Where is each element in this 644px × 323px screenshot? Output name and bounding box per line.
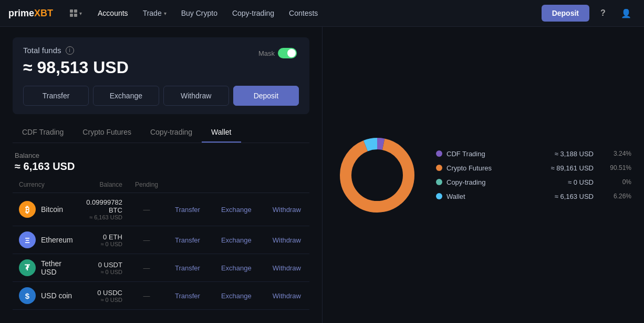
- pending-cell: —: [129, 282, 164, 310]
- currency-name: Ethereum: [41, 236, 73, 244]
- nav-copy-trading[interactable]: Copy-trading: [225, 0, 282, 27]
- apps-menu-button[interactable]: ▾: [66, 7, 86, 19]
- pending-cell: —: [129, 226, 164, 254]
- donut-svg: [335, 133, 419, 217]
- tab-crypto-futures[interactable]: Crypto Futures: [73, 123, 141, 143]
- action-transfer-usdt[interactable]: Transfer: [171, 262, 204, 274]
- right-panel: CDF Trading ≈ 3,188 USD 3.24% Crypto Fut…: [323, 27, 644, 323]
- legend-pct-cfd: 3.24%: [606, 150, 631, 157]
- action-transfer-usdc[interactable]: Transfer: [171, 290, 204, 302]
- balance-main: 0 USDT: [86, 261, 122, 269]
- tab-copy-trading[interactable]: Copy-trading: [141, 123, 202, 143]
- legend-dot-copy: [436, 179, 442, 185]
- pending-cell: —: [129, 254, 164, 282]
- action-exchange-usdt[interactable]: Exchange: [217, 262, 256, 274]
- balance-main: 0 USDC: [86, 289, 122, 297]
- mask-toggle[interactable]: [278, 48, 297, 58]
- deposit-button[interactable]: Deposit: [233, 86, 299, 106]
- main-content: Total funds i ≈ 98,513 USD Mask Transfer…: [0, 27, 644, 323]
- nav-trade[interactable]: Trade ▾: [136, 0, 174, 27]
- currency-cell: ₮ Tether USD: [19, 259, 74, 276]
- total-funds-header: Total funds i: [23, 46, 299, 55]
- action-withdraw-usdc[interactable]: Withdraw: [268, 290, 305, 302]
- total-funds-label: Total funds: [23, 46, 61, 55]
- action-withdraw-btc[interactable]: Withdraw: [268, 204, 305, 216]
- col-currency: Currency: [13, 177, 80, 193]
- col-pending: Pending: [129, 177, 164, 193]
- legend-name-cfd: CDF Trading: [446, 150, 550, 158]
- table-row: ₮ Tether USD 0 USDT ≈ 0 USD — TransferEx…: [13, 254, 309, 282]
- help-button[interactable]: ?: [594, 4, 612, 23]
- info-icon[interactable]: i: [66, 46, 74, 55]
- logo[interactable]: primeXBT: [8, 8, 53, 19]
- legend-pct-futures: 90.51%: [606, 164, 631, 171]
- pending-cell: —: [129, 193, 164, 226]
- currency-name: Bitcoin: [41, 205, 63, 214]
- legend-amount-copy: ≈ 0 USD: [568, 178, 594, 186]
- table-row: ₿ Bitcoin 0.09999782 BTC ≈ 6,163 USD — T…: [13, 193, 309, 226]
- mask-label: Mask: [258, 49, 275, 57]
- currency-cell: Ξ Ethereum: [19, 231, 74, 248]
- action-exchange-btc[interactable]: Exchange: [217, 204, 256, 216]
- currency-name: Tether USD: [41, 259, 74, 276]
- legend-name-futures: Crypto Futures: [446, 164, 546, 172]
- nav-accounts[interactable]: Accounts: [90, 0, 136, 27]
- balance-main: 0 ETH: [86, 233, 122, 241]
- funds-section: Total funds i ≈ 98,513 USD Mask Transfer…: [13, 37, 309, 114]
- wallet-table-area: Balance ≈ 6,163 USD Currency Balance Pen…: [13, 143, 309, 312]
- chart-legend: CDF Trading ≈ 3,188 USD 3.24% Crypto Fut…: [436, 150, 631, 200]
- currency-name: USD coin: [41, 291, 72, 300]
- action-buttons: Transfer Exchange Withdraw Deposit: [23, 86, 299, 106]
- legend-item-cfd: CDF Trading ≈ 3,188 USD 3.24%: [436, 150, 631, 158]
- tab-wallet[interactable]: Wallet: [202, 123, 241, 143]
- legend-amount-wallet: ≈ 6,163 USD: [555, 193, 594, 200]
- exchange-button[interactable]: Exchange: [93, 86, 159, 106]
- balance-usd: ≈ 0 USD: [86, 241, 122, 247]
- nav-deposit-button[interactable]: Deposit: [542, 5, 589, 22]
- assets-table: Currency Balance Pending ₿ Bitcoin: [13, 177, 309, 312]
- pending-cell: —: [129, 310, 164, 313]
- action-withdraw-eth[interactable]: Withdraw: [268, 234, 305, 246]
- table-row: $ USD coin 0 USDC ≈ 0 USD — TransferExch…: [13, 282, 309, 310]
- withdraw-button[interactable]: Withdraw: [163, 86, 229, 106]
- legend-name-wallet: Wallet: [446, 193, 550, 200]
- action-exchange-usdc[interactable]: Exchange: [217, 290, 256, 302]
- action-exchange-eth[interactable]: Exchange: [217, 234, 256, 246]
- nav-buy-crypto[interactable]: Buy Crypto: [174, 0, 225, 27]
- legend-item-futures: Crypto Futures ≈ 89,161 USD 90.51%: [436, 164, 631, 172]
- balance-usd: ≈ 6,163 USD: [86, 214, 122, 220]
- legend-dot-wallet: [436, 193, 442, 199]
- user-menu-button[interactable]: 👤: [617, 4, 636, 23]
- balance-label: Balance: [15, 152, 307, 159]
- balance-amount: ≈ 6,163 USD: [15, 160, 307, 173]
- tab-cfd-trading[interactable]: CDF Trading: [13, 123, 73, 143]
- coin-icon-usdt: ₮: [19, 259, 36, 276]
- svg-point-2: [346, 144, 409, 207]
- table-row: Ξ Ethereum 0 ETH ≈ 0 USD — TransferExcha…: [13, 226, 309, 254]
- legend-name-copy: Copy-trading: [446, 178, 564, 186]
- balance-usd: ≈ 0 USD: [86, 269, 122, 275]
- action-withdraw-usdt[interactable]: Withdraw: [268, 262, 305, 274]
- currency-cell: $ USD coin: [19, 287, 74, 304]
- navbar: primeXBT ▾ Accounts Trade ▾ Buy Crypto C…: [0, 0, 644, 27]
- mask-row: Mask: [258, 48, 297, 58]
- legend-item-wallet: Wallet ≈ 6,163 USD 6.26%: [436, 193, 631, 200]
- transfer-button[interactable]: Transfer: [23, 86, 89, 106]
- total-amount: ≈ 98,513 USD: [23, 58, 299, 77]
- question-icon: ?: [600, 8, 606, 18]
- currency-cell: ₿ Bitcoin: [19, 201, 74, 218]
- col-action1: [164, 177, 211, 193]
- col-balance: Balance: [80, 177, 129, 193]
- nav-contests[interactable]: Contests: [282, 0, 325, 27]
- legend-amount-futures: ≈ 89,161 USD: [550, 164, 594, 172]
- action-transfer-eth[interactable]: Transfer: [171, 234, 204, 246]
- table-row: ◎ Covesting 0 COV ≈ 0 USD — TransferExch…: [13, 310, 309, 313]
- left-panel: Total funds i ≈ 98,513 USD Mask Transfer…: [0, 27, 323, 323]
- col-action2: [211, 177, 262, 193]
- action-transfer-btc[interactable]: Transfer: [171, 204, 204, 216]
- legend-item-copy: Copy-trading ≈ 0 USD 0%: [436, 178, 631, 186]
- legend-pct-copy: 0%: [606, 178, 631, 186]
- legend-amount-cfd: ≈ 3,188 USD: [555, 150, 594, 158]
- legend-dot-cfd: [436, 150, 442, 157]
- col-action3: [262, 177, 309, 193]
